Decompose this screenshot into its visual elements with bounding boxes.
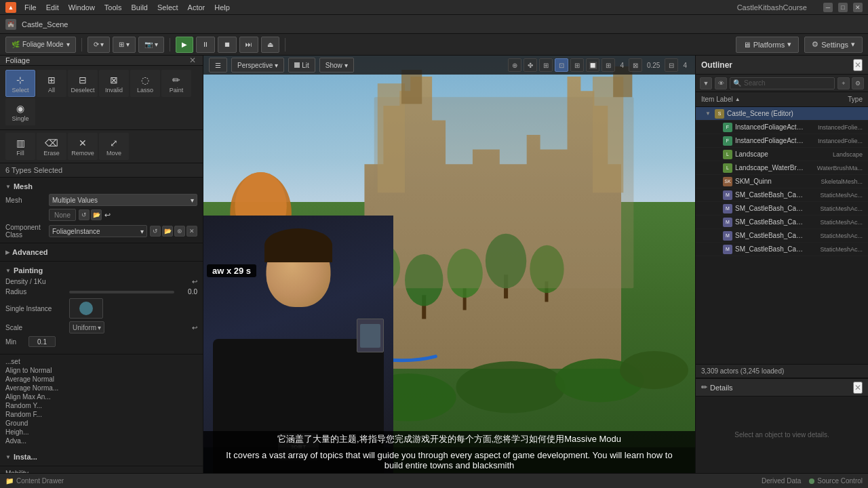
show-btn[interactable]: Show ▾ [319, 58, 354, 73]
viewport[interactable]: aw x 29 s [203, 56, 695, 473]
outliner-item[interactable]: ▼SCastle_Scene (Editor) [696, 107, 868, 121]
outliner-eye-icon[interactable]: 👁 [715, 77, 727, 89]
mesh-browse-icon[interactable]: 📂 [91, 209, 102, 220]
menu-actor[interactable]: Actor [188, 3, 205, 12]
vp-icon-2[interactable]: ✤ [524, 58, 537, 72]
component-class-dropdown[interactable]: FoliageInstance ▾ [49, 225, 147, 237]
radius-slider[interactable]: 0.0 [69, 288, 197, 296]
menu-select[interactable]: Select [157, 3, 178, 12]
outliner-item[interactable]: FInstancedFoliageActor_0_0_0...Instanced… [696, 134, 868, 148]
outliner-filter-icon[interactable]: ▼ [700, 77, 712, 89]
play-button[interactable]: ▶ [176, 37, 193, 53]
outliner-settings-icon[interactable]: ⚙ [852, 77, 864, 89]
vp-icon-1[interactable]: ⊕ [508, 58, 521, 72]
deselect-icon: ⊟ [76, 73, 90, 87]
item-name-label: Landscape [735, 150, 806, 158]
tool-paint[interactable]: ✏ Paint [161, 70, 191, 97]
snap-button[interactable]: ⊞ ▾ [113, 37, 136, 53]
menu-file[interactable]: File [24, 3, 37, 12]
content-drawer-btn[interactable]: 📁 Content Drawer [5, 477, 64, 485]
prop-random-yaw: Random Y... [5, 401, 197, 410]
pause-button[interactable]: ⏸ [196, 37, 215, 53]
menu-window[interactable]: Window [68, 3, 95, 12]
camera-button[interactable]: 📷 ▾ [138, 37, 164, 53]
advanced-section-header[interactable]: ▶ Advanced [5, 246, 197, 258]
eject-button[interactable]: ⏏ [261, 37, 279, 53]
viewport-menu-btn[interactable]: ☰ [209, 58, 227, 73]
step-button[interactable]: ⏭ [239, 37, 258, 53]
foliage-panel-close[interactable]: ✕ [188, 56, 197, 65]
menu-build[interactable]: Build [132, 3, 148, 12]
stop-button[interactable]: ⏹ [218, 37, 237, 53]
tool-single[interactable]: ◉ Single [5, 98, 35, 125]
settings-button[interactable]: ⚙ Settings ▾ [804, 37, 863, 53]
menu-help[interactable]: Help [214, 3, 230, 12]
action-remove[interactable]: ✕ Remove [68, 133, 98, 160]
density-reset-icon[interactable]: ↩ [192, 278, 197, 285]
mesh-reset-icon[interactable]: ↩ [104, 211, 115, 220]
main-toolbar: 🌿 Foliage Mode ▾ ⟳ ▾ ⊞ ▾ 📷 ▾ ▶ ⏸ ⏹ ⏭ ⏏ 🖥… [0, 34, 868, 56]
instance-section-header[interactable]: ▼ Insta... [5, 451, 197, 463]
action-erase[interactable]: ⌫ Erase [37, 133, 66, 160]
perspective-btn[interactable]: Perspective ▾ [231, 58, 284, 73]
painting-section-header[interactable]: ▼ Painting [5, 264, 197, 277]
details-close-button[interactable]: ✕ [853, 382, 863, 394]
mesh-dropdown[interactable]: Multiple Values ▾ [49, 194, 197, 206]
action-fill[interactable]: ▥ Fill [5, 133, 35, 160]
minimize-button[interactable]: ─ [823, 3, 833, 12]
derived-data-btn[interactable]: Derived Data [762, 477, 801, 485]
vp-icon-8[interactable]: ⊠ [629, 58, 642, 72]
transform-button[interactable]: ⟳ ▾ [87, 37, 111, 53]
item-type-icon: F [723, 123, 732, 132]
outliner-item[interactable]: LLandscape_WaterBrushManag...WaterBrushM… [696, 161, 868, 175]
close-window-button[interactable]: ✕ [853, 3, 863, 12]
item-type-icon: M [723, 245, 732, 254]
cc-delete-icon[interactable]: ✕ [186, 226, 197, 237]
mesh-none-btn[interactable]: None [49, 209, 76, 221]
lit-btn[interactable]: Lit [288, 58, 315, 73]
scale-dropdown[interactable]: Uniform ▾ [69, 321, 104, 333]
tool-invalid[interactable]: ⊠ Invalid [99, 70, 129, 97]
prop-mobility: Mobility [5, 469, 197, 473]
cc-clear-icon[interactable]: ⊛ [174, 226, 185, 237]
cc-refresh-icon[interactable]: ↺ [150, 226, 161, 237]
outliner-item[interactable]: FInstancedFoliageActor_0_0_0...Instanced… [696, 121, 868, 134]
outliner-item[interactable]: LLandscapeLandscape [696, 148, 868, 161]
tool-deselect[interactable]: ⊟ Deselect [68, 70, 98, 97]
vp-icon-6[interactable]: 🔲 [586, 58, 599, 72]
outliner-item[interactable]: MSM_CastleBash_CastleCircula...StaticMes… [696, 243, 868, 256]
menu-edit[interactable]: Edit [46, 3, 59, 12]
source-control-btn[interactable]: Source Control [809, 477, 863, 485]
scale-reset-icon[interactable]: ↩ [192, 324, 197, 331]
outliner-item[interactable]: MSM_CastleBash_CastleCircula...StaticMes… [696, 202, 868, 216]
outliner-item[interactable]: SKSKM_QuinnSkeletalMesh... [696, 175, 868, 188]
tool-lasso[interactable]: ◌ Lasso [130, 70, 160, 97]
action-move[interactable]: ⤢ Move [99, 133, 129, 160]
vp-icon-5[interactable]: ⊞ [570, 58, 584, 72]
details-title-text: Details [710, 384, 733, 392]
mesh-refresh-icon[interactable]: ↺ [79, 209, 90, 220]
vp-icon-7[interactable]: ⊞ [601, 58, 615, 72]
outliner-close-button[interactable]: ✕ [853, 59, 863, 71]
maximize-button[interactable]: □ [838, 3, 848, 12]
scale-min-input[interactable]: 0.1 [28, 336, 56, 347]
outliner-item[interactable]: MSM_CastleBash_CastleCircula...StaticMes… [696, 216, 868, 229]
vp-icon-9[interactable]: ⊟ [665, 58, 678, 72]
outliner-item[interactable]: MSM_CastleBash_CastleCircula...StaticMes… [696, 229, 868, 243]
vp-icon-4[interactable]: ⊡ [555, 58, 568, 72]
vp-icon-3[interactable]: ⊞ [539, 58, 553, 72]
outliner-item[interactable]: MSM_CastleBash_CastleCircula...StaticMes… [696, 188, 868, 202]
mesh-section-header[interactable]: ▼ Mesh [5, 180, 197, 192]
tool-all[interactable]: ⊞ All [37, 70, 66, 97]
details-header: ✏ Details ✕ [696, 379, 868, 396]
outliner-add-icon[interactable]: + [837, 77, 850, 89]
outliner-search-box[interactable]: 🔍 Search [730, 77, 835, 89]
tool-select[interactable]: ⊹ Select [5, 70, 35, 97]
item-expand-icon[interactable]: ▼ [705, 110, 712, 117]
menu-tools[interactable]: Tools [104, 3, 122, 12]
item-type-icon: S [715, 109, 724, 119]
cc-browse-icon[interactable]: 📂 [162, 226, 173, 237]
platforms-button[interactable]: 🖥 Platforms ▾ [736, 37, 799, 53]
col-label-text: Item Label [701, 96, 733, 103]
foliage-mode-button[interactable]: 🌿 Foliage Mode ▾ [5, 37, 76, 53]
